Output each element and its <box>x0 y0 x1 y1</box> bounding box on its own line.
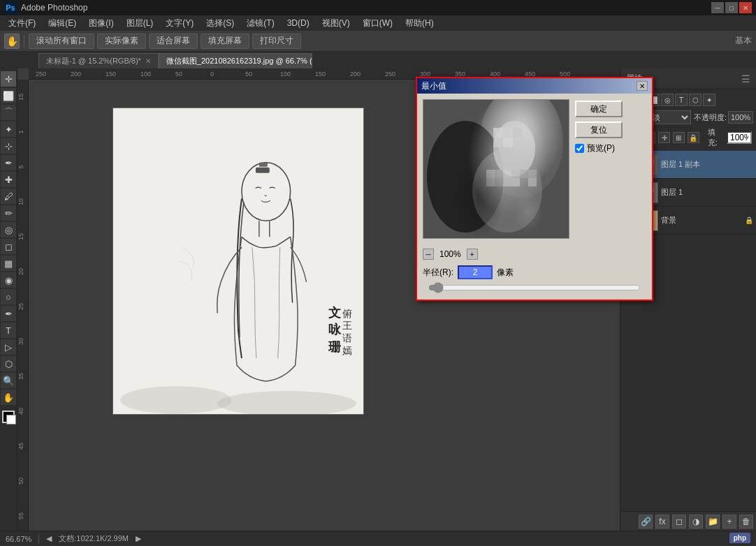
crop-tool[interactable]: ⊹ <box>1 138 16 154</box>
svg-text:俯: 俯 <box>342 309 352 319</box>
text-tool[interactable]: T <box>1 323 16 338</box>
tab-untitled[interactable]: 未标题-1 @ 15.2%(RGB/8)* ✕ <box>38 53 159 68</box>
close-button[interactable]: ✕ <box>739 2 752 13</box>
minimum-filter-dialog[interactable]: 最小值 ✕ <box>416 77 653 301</box>
svg-rect-68 <box>520 170 528 178</box>
adjustment-layer-btn[interactable]: ◑ <box>689 515 703 529</box>
nav-right-btn[interactable]: ▶ <box>136 534 141 543</box>
modal-close-button[interactable]: ✕ <box>637 81 648 91</box>
menu-layer[interactable]: 图层(L) <box>121 16 159 31</box>
svg-text:200: 200 <box>71 71 81 78</box>
menu-text[interactable]: 文字(Y) <box>160 16 199 31</box>
print-size-button[interactable]: 打印尺寸 <box>252 34 301 49</box>
svg-text:100: 100 <box>140 71 151 78</box>
blur-tool[interactable]: ◉ <box>1 272 16 288</box>
svg-rect-72 <box>493 128 503 138</box>
selection-tool[interactable]: ⬜ <box>1 88 16 103</box>
workspace-label: 基本 <box>735 35 752 47</box>
gradient-tool[interactable]: ▦ <box>1 256 16 271</box>
svg-rect-63 <box>503 170 511 178</box>
new-group-btn[interactable]: 📁 <box>706 515 720 529</box>
modal-titlebar[interactable]: 最小值 ✕ <box>417 78 652 94</box>
fill-input[interactable] <box>727 131 752 144</box>
menu-help[interactable]: 帮助(H) <box>400 16 439 31</box>
new-layer-btn[interactable]: + <box>722 515 736 529</box>
radius-slider[interactable] <box>428 283 641 292</box>
wand-tool[interactable]: ✦ <box>1 121 16 137</box>
filter-smart-btn[interactable]: ✦ <box>703 94 715 106</box>
preview-checkbox[interactable] <box>575 144 584 153</box>
shape-tool[interactable]: ⬡ <box>1 356 16 371</box>
menu-select[interactable]: 选择(S) <box>201 16 240 31</box>
zoom-level-label: 100% <box>439 249 461 259</box>
fit-screen-button[interactable]: 适合屏幕 <box>149 34 198 49</box>
svg-text:50: 50 <box>17 478 24 485</box>
brush-tool[interactable]: 🖊 <box>1 189 16 204</box>
modal-confirm-button[interactable]: 确定 <box>575 101 623 117</box>
ps-logo-icon: Ps <box>4 1 17 14</box>
layer-copy-name: 图层 1 副本 <box>661 159 753 170</box>
path-selection-tool[interactable]: ▷ <box>1 339 16 355</box>
menu-window[interactable]: 窗口(W) <box>357 16 398 31</box>
modal-reset-button[interactable]: 复位 <box>575 121 623 138</box>
lock-artboard-btn[interactable]: ⊞ <box>673 132 685 143</box>
tab-wechat-img[interactable]: 微信截图_20210826162319.jpg @ 66.7% (图层 1 副本… <box>159 53 312 68</box>
svg-text:王: 王 <box>342 320 352 331</box>
clone-tool[interactable]: ✏ <box>1 205 16 221</box>
zoom-out-btn[interactable]: ─ <box>423 249 434 260</box>
move-tool[interactable]: ✛ <box>1 71 16 87</box>
svg-rect-74 <box>513 128 523 138</box>
svg-text:20: 20 <box>17 268 24 275</box>
delete-layer-btn[interactable]: 🗑 <box>739 515 753 529</box>
scroll-all-windows-button[interactable]: 滚动所有窗口 <box>29 34 94 49</box>
svg-point-32 <box>120 386 231 414</box>
zoom-in-btn[interactable]: + <box>467 249 478 260</box>
tab-untitled-close[interactable]: ✕ <box>145 57 151 65</box>
healing-tool[interactable]: ✚ <box>1 172 16 187</box>
add-mask-btn[interactable]: ◻ <box>672 515 686 529</box>
minimize-button[interactable]: ─ <box>711 2 724 13</box>
lock-all-btn[interactable]: 🔒 <box>688 132 699 143</box>
lasso-tool[interactable]: ⌒ <box>1 105 16 120</box>
menu-view[interactable]: 视图(V) <box>317 16 356 31</box>
fill-screen-button[interactable]: 填充屏幕 <box>201 34 249 49</box>
svg-point-56 <box>479 100 563 198</box>
hand-tool-button[interactable]: ✋ <box>4 34 20 49</box>
layers-bottom-bar: 🔗 fx ◻ ◑ 📁 + 🗑 <box>620 511 756 531</box>
menu-image[interactable]: 图像(I) <box>83 16 119 31</box>
actual-pixels-button[interactable]: 实际像素 <box>97 34 146 49</box>
svg-text:10: 10 <box>17 198 24 205</box>
history-tool[interactable]: ◎ <box>1 222 16 237</box>
eyedropper-tool[interactable]: ✒ <box>1 155 16 170</box>
menu-edit[interactable]: 编辑(E) <box>43 16 82 31</box>
lock-position-btn[interactable]: ✛ <box>658 132 670 143</box>
modal-preview-area <box>423 99 569 239</box>
filter-adj-btn[interactable]: ◎ <box>661 94 674 106</box>
svg-text:100: 100 <box>280 71 291 78</box>
maximize-button[interactable]: □ <box>725 2 738 13</box>
svg-text:文: 文 <box>328 306 341 320</box>
nav-left-btn[interactable]: ◀ <box>46 534 52 543</box>
menu-filter[interactable]: 滤镜(T) <box>241 16 279 31</box>
opacity-input[interactable] <box>728 111 753 124</box>
filter-shape-btn[interactable]: ⬡ <box>689 94 702 106</box>
add-style-btn[interactable]: fx <box>655 515 669 529</box>
dodge-tool[interactable]: ○ <box>1 289 16 304</box>
eraser-tool[interactable]: ◻ <box>1 239 16 254</box>
radius-input[interactable] <box>458 265 493 279</box>
properties-options[interactable]: ☰ <box>741 73 750 84</box>
foreground-color[interactable] <box>2 411 15 423</box>
hand-tool[interactable]: ✋ <box>1 390 16 405</box>
zoom-tool[interactable]: 🔍 <box>1 373 16 388</box>
filter-text-btn[interactable]: T <box>675 94 688 106</box>
toolbar-separator-1 <box>24 35 24 47</box>
pen-tool[interactable]: ✒ <box>1 306 16 321</box>
link-layers-btn[interactable]: 🔗 <box>639 515 653 529</box>
menu-3d[interactable]: 3D(D) <box>282 17 315 29</box>
svg-text:30: 30 <box>17 338 24 345</box>
svg-point-57 <box>427 121 504 233</box>
menu-file[interactable]: 文件(F) <box>3 16 41 31</box>
svg-rect-69 <box>511 178 520 186</box>
svg-point-59 <box>493 121 535 177</box>
svg-rect-67 <box>511 170 520 178</box>
